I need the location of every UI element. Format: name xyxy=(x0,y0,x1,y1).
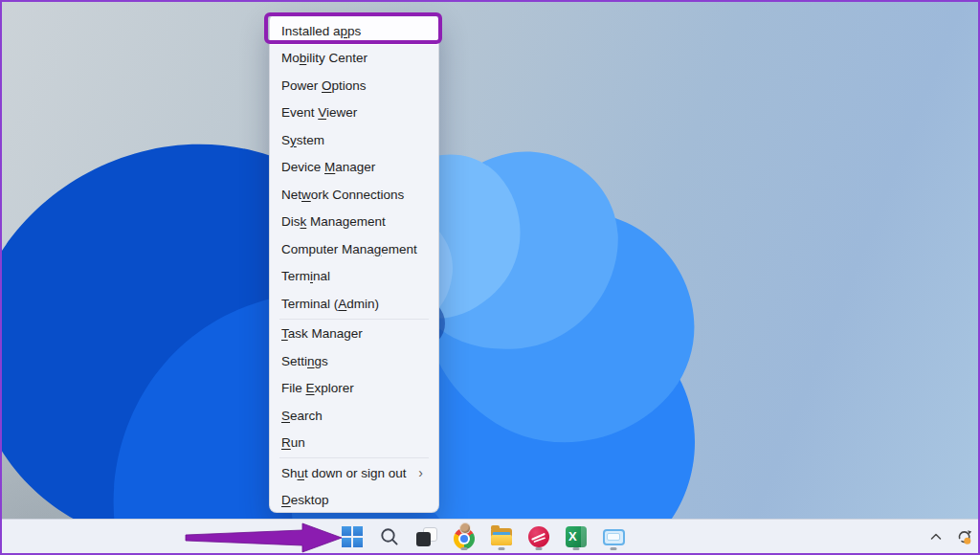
menu-item-device-manager[interactable]: Device Manager xyxy=(270,154,438,182)
menu-item-file-explorer[interactable]: File Explorer xyxy=(270,375,438,403)
menu-item-label: Terminal (Admin) xyxy=(281,297,379,311)
chrome-profile-avatar xyxy=(459,522,471,534)
submenu-chevron-icon: › xyxy=(418,466,427,479)
menu-item-disk-management[interactable]: Disk Management xyxy=(270,209,438,236)
red-app-icon xyxy=(528,526,549,547)
bloom-flower-graphic xyxy=(0,0,980,555)
menu-item-desktop[interactable]: Desktop xyxy=(270,487,438,514)
chevron-up-icon xyxy=(929,531,943,543)
menu-item-mobility-center[interactable]: Mobility Center xyxy=(270,45,438,73)
task-view-icon xyxy=(416,527,437,546)
menu-item-search[interactable]: Search xyxy=(270,402,438,430)
movies-tv-icon xyxy=(603,529,625,545)
menu-item-label: Event Viewer xyxy=(281,105,357,120)
menu-item-label: Shut down or sign out xyxy=(281,466,407,480)
hidden-icons-button[interactable] xyxy=(926,525,946,548)
menu-separator xyxy=(279,457,429,458)
menu-item-label: Task Manager xyxy=(281,326,363,341)
menu-item-label: Installed apps xyxy=(281,24,361,38)
menu-item-label: Settings xyxy=(281,354,328,368)
search-icon xyxy=(379,526,400,547)
search-button[interactable] xyxy=(378,522,401,551)
menu-item-label: Device Manager xyxy=(281,160,375,174)
excel-letter: X xyxy=(568,529,577,544)
menu-item-label: Disk Management xyxy=(281,214,386,229)
running-indicator xyxy=(573,547,580,550)
menu-item-run[interactable]: Run xyxy=(270,430,438,457)
taskbar: X xyxy=(0,519,980,553)
menu-item-shut-down-or-sign-out[interactable]: Shut down or sign out› xyxy=(270,459,438,487)
menu-item-event-viewer[interactable]: Event Viewer xyxy=(270,100,438,127)
menu-item-label: Run xyxy=(281,435,305,450)
start-button[interactable] xyxy=(341,522,364,551)
menu-item-system[interactable]: System xyxy=(270,126,438,154)
running-indicator xyxy=(611,547,617,550)
menu-item-label: Power Options xyxy=(281,78,367,93)
excel-button[interactable]: X xyxy=(565,522,588,551)
system-tray xyxy=(926,520,974,554)
sync-pending-icon xyxy=(955,528,974,545)
task-view-button[interactable] xyxy=(415,522,438,551)
menu-item-label: Terminal xyxy=(281,269,330,283)
red-app-button[interactable] xyxy=(527,522,550,551)
menu-item-label: Mobility Center xyxy=(281,51,368,65)
menu-item-label: Search xyxy=(281,409,323,423)
windows-logo-icon xyxy=(342,526,363,547)
menu-item-label: File Explorer xyxy=(281,381,354,395)
menu-item-label: Network Connections xyxy=(281,188,404,202)
menu-item-installed-apps[interactable]: Installed apps xyxy=(270,17,438,45)
file-explorer-icon xyxy=(491,528,512,545)
menu-item-task-manager[interactable]: Task Manager xyxy=(270,321,438,348)
wallpaper xyxy=(0,0,980,555)
menu-item-label: Desktop xyxy=(281,493,329,507)
desktop-screen: Installed appsMobility CenterPower Optio… xyxy=(0,0,980,555)
menu-item-terminal[interactable]: Terminal xyxy=(270,263,438,291)
running-indicator xyxy=(499,547,505,550)
context-menu: Installed appsMobility CenterPower Optio… xyxy=(269,13,439,513)
menu-item-power-options[interactable]: Power Options xyxy=(270,72,438,100)
chrome-button[interactable] xyxy=(453,522,476,551)
sync-status-button[interactable] xyxy=(955,525,974,548)
menu-separator xyxy=(279,319,429,320)
menu-item-computer-management[interactable]: Computer Management xyxy=(270,235,438,263)
menu-item-settings[interactable]: Settings xyxy=(270,347,438,375)
menu-item-network-connections[interactable]: Network Connections xyxy=(270,181,438,209)
taskbar-icon-group: X xyxy=(341,520,625,554)
running-indicator xyxy=(461,547,468,550)
menu-item-label: Computer Management xyxy=(281,242,417,256)
excel-icon: X xyxy=(566,526,587,547)
menu-item-label: System xyxy=(281,133,324,147)
menu-item-terminal-admin[interactable]: Terminal (Admin) xyxy=(270,290,438,318)
chrome-icon xyxy=(453,524,476,549)
movies-tv-button[interactable] xyxy=(602,522,625,551)
running-indicator xyxy=(536,547,543,550)
file-explorer-button[interactable] xyxy=(490,522,513,551)
